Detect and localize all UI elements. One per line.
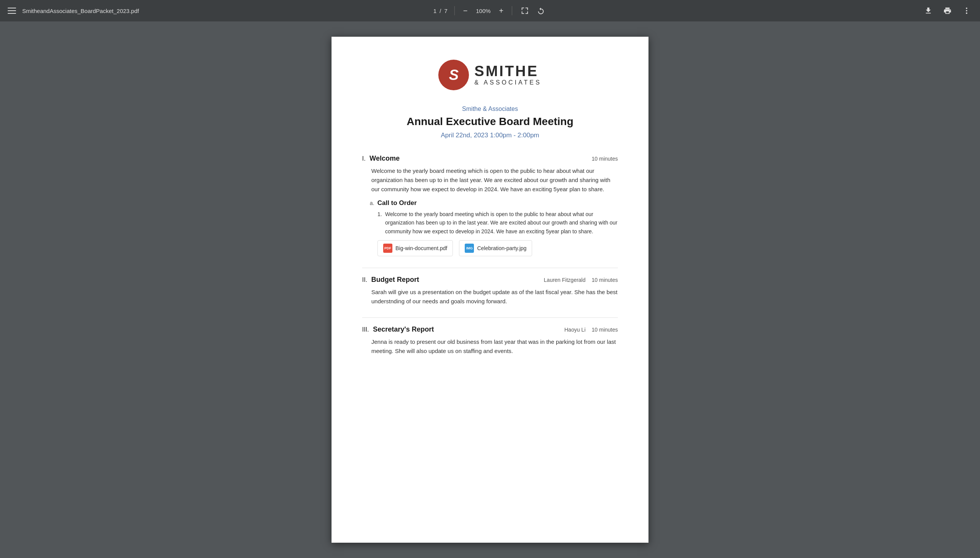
agenda-item-secretary-header: III. Secretary's Report Haoyu Li 10 minu… <box>362 325 618 333</box>
agenda-item-budget-presenter: Lauren Fitzgerald <box>544 277 586 283</box>
sub-item-call-to-order-body: Welcome to the yearly board meeting whic… <box>377 210 618 236</box>
attachment-pdf[interactable]: PDF Big-win-document.pdf <box>377 240 453 256</box>
logo-company-main: SMITHE <box>474 64 541 79</box>
pdf-file-icon: PDF <box>383 244 392 253</box>
more-options-button[interactable] <box>961 5 972 16</box>
agenda-item-budget-body: Sarah will give us a presentation on the… <box>371 287 618 306</box>
logo-container: S SMITHE & ASSOCIATES <box>438 60 541 90</box>
print-icon <box>943 7 952 15</box>
menu-icon[interactable] <box>8 8 16 14</box>
attachment-img-name: Celebration-party.jpg <box>477 245 526 251</box>
agenda-item-budget-title: Budget Report <box>371 276 419 283</box>
sub-item-call-to-order-label: a. <box>370 200 374 206</box>
divider-1 <box>362 268 618 268</box>
divider2 <box>512 6 512 15</box>
filename-label: SmitheandAssociates_BoardPacket_2023.pdf <box>22 8 139 14</box>
agenda-item-secretary: III. Secretary's Report Haoyu Li 10 minu… <box>362 325 618 356</box>
agenda-item-budget-header: II. Budget Report Lauren Fitzgerald 10 m… <box>362 276 618 284</box>
toolbar: SmitheandAssociates_BoardPacket_2023.pdf… <box>0 0 980 21</box>
attachment-img[interactable]: IMG Celebration-party.jpg <box>459 240 532 256</box>
divider-2 <box>362 317 618 318</box>
divider <box>455 6 455 15</box>
page-total: 7 <box>444 8 447 14</box>
sub-item-call-to-order-header: a. Call to Order <box>370 199 618 207</box>
agenda-item-budget-number: II. <box>362 277 367 283</box>
img-file-icon: IMG <box>465 244 474 253</box>
agenda-item-welcome: I. Welcome 10 minutes Welcome to the yea… <box>362 154 618 256</box>
rotate-icon <box>537 7 545 15</box>
agenda-item-secretary-title-group: III. Secretary's Report <box>362 325 434 333</box>
sub-item-call-to-order: a. Call to Order Welcome to the yearly b… <box>370 199 618 256</box>
more-options-icon <box>962 7 971 15</box>
agenda-item-welcome-title: Welcome <box>369 154 400 162</box>
agenda-item-secretary-duration: 10 minutes <box>592 327 618 333</box>
attachment-pdf-name: Big-win-document.pdf <box>395 245 447 251</box>
agenda-item-welcome-number: I. <box>362 155 366 162</box>
pdf-page: S SMITHE & ASSOCIATES Smithe & Associate… <box>331 37 649 543</box>
agenda-item-budget: II. Budget Report Lauren Fitzgerald 10 m… <box>362 276 618 306</box>
agenda-item-welcome-duration: 10 minutes <box>592 156 618 162</box>
logo-section: S SMITHE & ASSOCIATES <box>362 60 618 90</box>
logo-letter: S <box>449 67 459 84</box>
document-header: Smithe & Associates Annual Executive Boa… <box>362 105 618 139</box>
download-button[interactable] <box>922 5 934 16</box>
zoom-in-button[interactable]: + <box>497 5 505 16</box>
agenda-item-welcome-header: I. Welcome 10 minutes <box>362 154 618 162</box>
page-separator: / <box>440 8 441 14</box>
logo-circle: S <box>438 60 469 90</box>
agenda-item-secretary-meta: Haoyu Li 10 minutes <box>564 327 618 333</box>
svg-point-2 <box>966 13 967 14</box>
svg-point-1 <box>966 10 967 11</box>
agenda-item-secretary-title: Secretary's Report <box>373 325 434 333</box>
fit-page-icon <box>520 7 529 15</box>
logo-text-block: SMITHE & ASSOCIATES <box>474 64 541 86</box>
toolbar-left: SmitheandAssociates_BoardPacket_2023.pdf <box>8 8 139 14</box>
rotate-button[interactable] <box>535 5 547 16</box>
svg-point-0 <box>966 8 967 9</box>
agenda-item-secretary-body: Jenna is ready to present our old busine… <box>371 337 618 356</box>
page-navigation: 1 / 7 <box>433 8 448 14</box>
zoom-level-label: 100% <box>474 8 492 14</box>
zoom-out-button[interactable]: − <box>462 5 469 16</box>
agenda-item-secretary-presenter: Haoyu Li <box>564 327 585 333</box>
toolbar-center: 1 / 7 − 100% + <box>433 5 547 16</box>
content-area: S SMITHE & ASSOCIATES Smithe & Associate… <box>0 21 980 558</box>
meeting-date: April 22nd, 2023 1:00pm - 2:00pm <box>362 131 618 139</box>
agenda-item-budget-meta: Lauren Fitzgerald 10 minutes <box>544 277 618 283</box>
agenda-item-secretary-number: III. <box>362 326 369 333</box>
sub-item-call-to-order-title: Call to Order <box>377 199 417 207</box>
print-button[interactable] <box>942 5 953 16</box>
download-icon <box>924 7 932 15</box>
sub-item-call-to-order-text: Welcome to the yearly board meeting whic… <box>377 210 618 236</box>
meeting-title: Annual Executive Board Meeting <box>362 115 618 128</box>
attachments: PDF Big-win-document.pdf IMG Celebration… <box>377 240 618 256</box>
agenda-item-welcome-title-group: I. Welcome <box>362 154 400 162</box>
agenda-item-welcome-body: Welcome to the yearly board meeting whic… <box>371 166 618 194</box>
company-name: Smithe & Associates <box>362 105 618 112</box>
page-current: 1 <box>433 8 436 14</box>
agenda-section: I. Welcome 10 minutes Welcome to the yea… <box>362 154 618 356</box>
agenda-item-budget-duration: 10 minutes <box>592 277 618 283</box>
agenda-item-budget-title-group: II. Budget Report <box>362 276 419 284</box>
logo-company-sub: & ASSOCIATES <box>474 79 541 86</box>
fit-page-button[interactable] <box>519 5 530 16</box>
toolbar-right <box>922 5 972 16</box>
